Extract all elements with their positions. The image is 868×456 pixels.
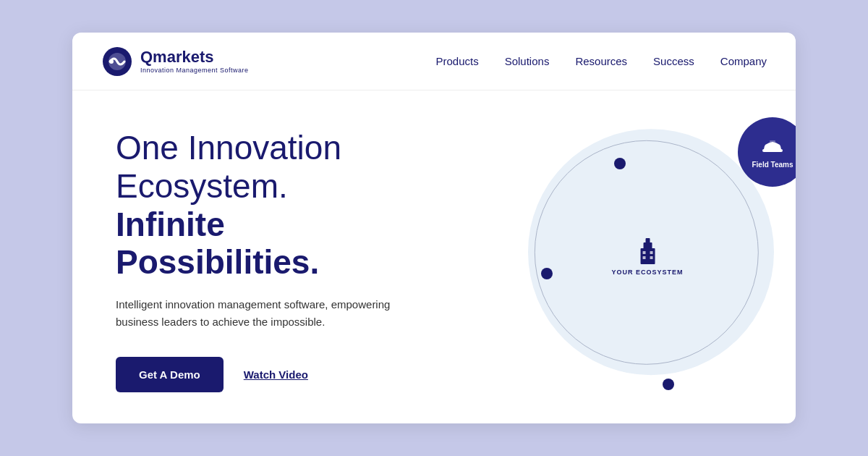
- ecosystem-label: YOUR ECOSYSTEM: [612, 269, 684, 276]
- navbar: Qmarkets Innovation Management Software …: [72, 33, 796, 90]
- svg-rect-6: [642, 251, 645, 254]
- logo-tagline: Innovation Management Software: [140, 67, 249, 74]
- hero-section: One Innovation Ecosystem. Infinite Possi…: [72, 90, 796, 423]
- hard-hat-icon: [760, 135, 785, 156]
- hero-visual: YOUR ECOSYSTEM Field Teams: [477, 90, 796, 423]
- hero-subtext: Intelligent innovation management softwa…: [116, 296, 420, 331]
- svg-rect-7: [650, 251, 652, 254]
- logo-text-group: Qmarkets Innovation Management Software: [140, 48, 249, 73]
- logo-name: Qmarkets: [140, 48, 249, 66]
- main-card: Qmarkets Innovation Management Software …: [72, 33, 796, 423]
- watch-video-button[interactable]: Watch Video: [244, 368, 308, 381]
- orbit-dot-top: [614, 158, 626, 169]
- hero-headline-bold: Infinite Possibilities.: [116, 206, 420, 282]
- nav-link-resources[interactable]: Resources: [575, 55, 627, 67]
- svg-rect-10: [762, 149, 783, 152]
- nav-links: Products Solutions Resources Success Com…: [435, 55, 767, 67]
- svg-rect-9: [650, 256, 652, 259]
- logo-area: Qmarkets Innovation Management Software: [101, 46, 249, 77]
- svg-point-2: [109, 59, 114, 64]
- ecosystem-center-node: YOUR ECOSYSTEM: [612, 234, 684, 276]
- orbit-dot-left: [541, 268, 553, 279]
- svg-rect-5: [645, 238, 650, 244]
- nav-link-products[interactable]: Products: [435, 55, 478, 67]
- hero-headline-line2: Ecosystem.: [116, 167, 420, 206]
- nav-link-solutions[interactable]: Solutions: [505, 55, 550, 67]
- ecosystem-icon: [631, 234, 663, 266]
- hero-headline-line1: One Innovation: [116, 129, 420, 167]
- logo-icon: [101, 46, 133, 77]
- get-demo-button[interactable]: Get A Demo: [116, 357, 224, 392]
- nav-link-company[interactable]: Company: [720, 55, 767, 67]
- hero-content: One Innovation Ecosystem. Infinite Possi…: [72, 90, 448, 423]
- field-teams-label: Field Teams: [752, 161, 793, 169]
- svg-rect-8: [642, 256, 645, 259]
- svg-rect-3: [640, 248, 655, 264]
- nav-link-success[interactable]: Success: [653, 55, 694, 67]
- orbit-dot-bottom: [663, 379, 674, 390]
- svg-rect-11: [770, 140, 775, 149]
- hero-buttons: Get A Demo Watch Video: [116, 357, 420, 392]
